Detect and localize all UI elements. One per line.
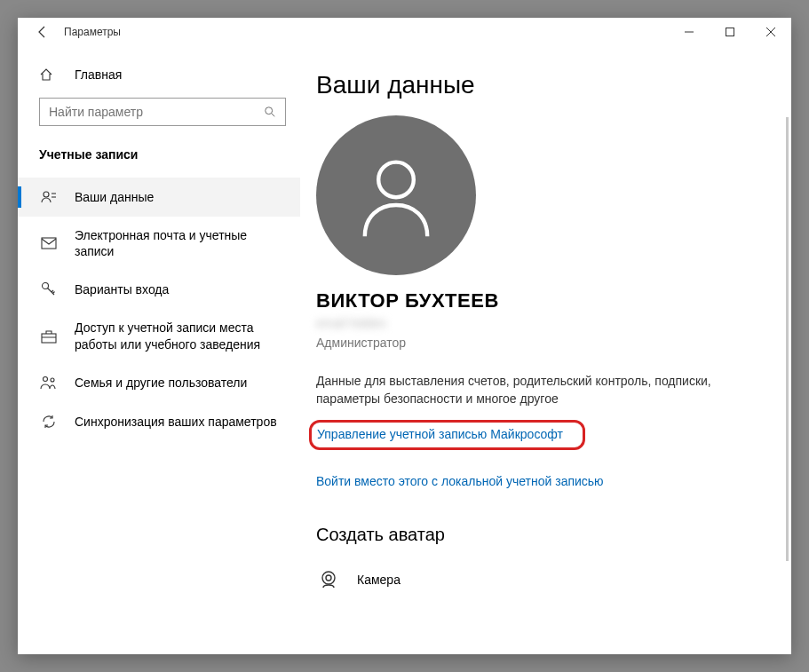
briefcase-icon	[39, 329, 59, 344]
home-icon	[39, 67, 59, 82]
user-card-icon	[39, 189, 59, 205]
category-header: Учетные записи	[18, 142, 300, 178]
avatar	[316, 115, 476, 275]
svg-point-13	[322, 572, 335, 584]
settings-window: Параметры Главная	[18, 18, 791, 654]
manage-account-link[interactable]: Управление учетной записью Майкрософт	[317, 427, 563, 441]
svg-point-11	[51, 378, 54, 382]
sync-icon	[39, 414, 59, 430]
user-name: ВИКТОР БУХТЕЕВ	[316, 289, 773, 312]
person-icon	[347, 146, 445, 244]
svg-point-4	[44, 192, 49, 197]
sidebar-item-label: Электронная почта и учетные записи	[75, 227, 288, 259]
camera-icon	[316, 568, 341, 591]
close-button[interactable]	[750, 18, 791, 46]
sidebar: Главная Учетные записи Ваши данные	[18, 46, 300, 654]
minimize-button[interactable]	[669, 18, 710, 46]
svg-point-14	[326, 575, 331, 581]
user-role: Администратор	[316, 336, 773, 350]
user-email: email hidden	[316, 316, 773, 330]
svg-point-10	[44, 376, 48, 381]
home-link[interactable]: Главная	[18, 62, 300, 94]
search-icon	[264, 106, 276, 118]
sidebar-item-family[interactable]: Семья и другие пользователи	[18, 363, 300, 402]
sidebar-item-label: Варианты входа	[75, 281, 169, 297]
sidebar-item-label: Семья и другие пользователи	[75, 375, 247, 391]
sidebar-item-label: Ваши данные	[75, 189, 154, 205]
mail-icon	[39, 237, 59, 249]
sidebar-item-work[interactable]: Доступ к учетной записи места работы или…	[18, 309, 300, 362]
key-icon	[39, 281, 59, 297]
sidebar-item-email[interactable]: Электронная почта и учетные записи	[18, 217, 300, 270]
search-input[interactable]	[39, 98, 286, 126]
sidebar-item-signin[interactable]: Варианты входа	[18, 270, 300, 309]
titlebar: Параметры	[18, 18, 791, 46]
maximize-button[interactable]	[710, 18, 750, 46]
local-account-link[interactable]: Войти вместо этого с локальной учетной з…	[316, 474, 604, 488]
camera-option[interactable]: Камера	[316, 563, 773, 597]
content: Ваши данные ВИКТОР БУХТЕЕВ email hidden …	[300, 46, 791, 654]
highlight-annotation: Управление учетной записью Майкрософт	[309, 420, 585, 450]
sidebar-item-sync[interactable]: Синхронизация ваших параметров	[18, 402, 300, 441]
scrollbar[interactable]	[786, 117, 789, 561]
family-icon	[39, 376, 59, 390]
svg-rect-7	[42, 238, 56, 249]
svg-line-3	[272, 114, 275, 117]
sidebar-item-label: Доступ к учетной записи места работы или…	[75, 320, 288, 352]
svg-point-12	[378, 162, 414, 198]
billing-desc: Данные для выставления счетов, родительс…	[316, 373, 734, 407]
back-button[interactable]	[25, 18, 60, 46]
camera-label: Камера	[357, 573, 401, 587]
svg-point-8	[43, 283, 49, 289]
svg-point-2	[266, 107, 273, 115]
svg-rect-1	[726, 28, 734, 36]
sidebar-item-label: Синхронизация ваших параметров	[75, 414, 277, 430]
home-label: Главная	[75, 67, 122, 82]
avatar-section-title: Создать аватар	[316, 525, 773, 545]
page-title: Ваши данные	[316, 71, 773, 99]
window-controls	[669, 18, 791, 46]
nav-list: Ваши данные Электронная почта и учетные …	[18, 178, 300, 441]
sidebar-item-your-info[interactable]: Ваши данные	[18, 178, 300, 217]
svg-rect-9	[42, 334, 56, 343]
window-title: Параметры	[64, 26, 121, 38]
search-field[interactable]	[49, 105, 264, 119]
